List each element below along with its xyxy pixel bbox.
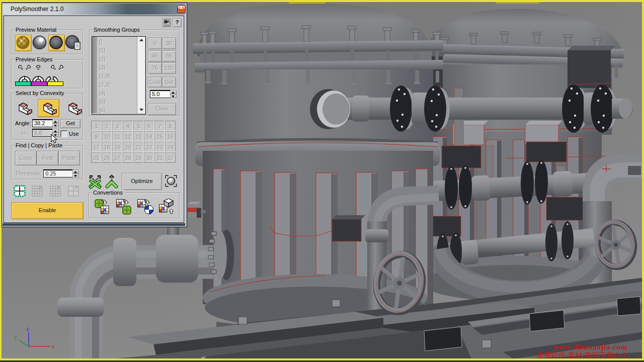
svg-text:7: 7 [158, 123, 161, 129]
svg-text:16: 16 [167, 134, 173, 140]
svg-text:18: 18 [104, 144, 110, 150]
svg-text:26: 26 [104, 155, 110, 161]
svg-text:24: 24 [167, 144, 173, 150]
svg-text:z: z [26, 326, 29, 332]
svg-text:30: 30 [146, 155, 152, 161]
svg-text:28: 28 [125, 155, 131, 161]
svg-text:1: 1 [95, 123, 98, 129]
svg-text:x: x [52, 343, 55, 349]
svg-text:4: 4 [126, 123, 129, 129]
svg-text:10: 10 [104, 134, 110, 140]
svg-text:19: 19 [114, 144, 120, 150]
svg-text:12: 12 [125, 134, 131, 140]
svg-text:6: 6 [147, 123, 150, 129]
svg-text:3: 3 [116, 123, 119, 129]
svg-text:31: 31 [156, 155, 163, 161]
svg-text:25: 25 [93, 155, 99, 161]
svg-text:15: 15 [156, 134, 163, 140]
svg-text:8: 8 [169, 123, 172, 129]
svg-text:23: 23 [156, 144, 163, 150]
svg-text:11: 11 [115, 134, 120, 140]
svg-text:32: 32 [167, 155, 173, 161]
svg-text:5: 5 [137, 123, 140, 129]
svg-text:14: 14 [146, 134, 152, 140]
svg-text:29: 29 [135, 155, 141, 161]
svg-text:9: 9 [95, 134, 98, 140]
svg-text:21: 21 [135, 144, 141, 150]
svg-text:y: y [14, 334, 17, 340]
svg-text:20: 20 [125, 144, 131, 150]
svg-text:www.diannaojia.com: www.diannaojia.com [553, 343, 627, 351]
svg-text:13: 13 [135, 134, 141, 140]
svg-text:22: 22 [146, 144, 152, 150]
svg-text:27: 27 [114, 155, 120, 161]
svg-text:2: 2 [105, 123, 108, 129]
svg-text:17: 17 [93, 144, 99, 150]
svg-text:免费软件/素材/教程下载中心: 免费软件/素材/教程下载中心 [536, 351, 629, 359]
